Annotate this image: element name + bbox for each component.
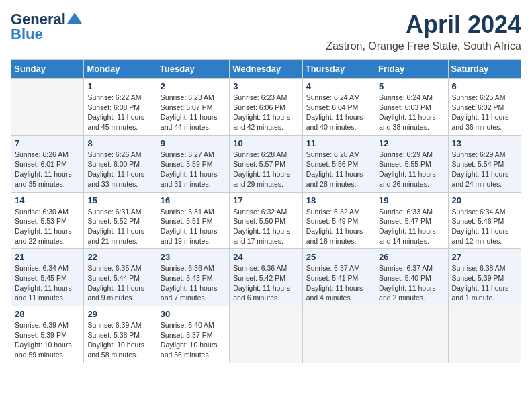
day-number: 13 bbox=[452, 138, 517, 148]
day-number: 23 bbox=[161, 252, 226, 262]
calendar-week-row: 28Sunrise: 6:39 AM Sunset: 5:39 PM Dayli… bbox=[11, 306, 521, 363]
calendar-header-saturday: Saturday bbox=[448, 60, 521, 79]
calendar-header-friday: Friday bbox=[375, 60, 448, 79]
calendar-cell: 18Sunrise: 6:32 AM Sunset: 5:49 PM Dayli… bbox=[302, 192, 375, 249]
day-info: Sunrise: 6:32 AM Sunset: 5:49 PM Dayligh… bbox=[306, 207, 371, 246]
calendar-cell: 25Sunrise: 6:37 AM Sunset: 5:41 PM Dayli… bbox=[302, 249, 375, 306]
day-number: 27 bbox=[452, 252, 517, 262]
day-number: 6 bbox=[452, 81, 517, 91]
day-info: Sunrise: 6:37 AM Sunset: 5:41 PM Dayligh… bbox=[306, 263, 371, 303]
calendar-cell bbox=[230, 306, 302, 363]
day-info: Sunrise: 6:29 AM Sunset: 5:54 PM Dayligh… bbox=[452, 150, 517, 189]
day-info: Sunrise: 6:36 AM Sunset: 5:42 PM Dayligh… bbox=[233, 263, 298, 303]
calendar-header-tuesday: Tuesday bbox=[157, 60, 229, 79]
calendar-cell: 16Sunrise: 6:31 AM Sunset: 5:51 PM Dayli… bbox=[157, 192, 229, 249]
day-number: 20 bbox=[452, 195, 517, 205]
calendar-header-sunday: Sunday bbox=[11, 60, 84, 79]
day-number: 8 bbox=[87, 138, 152, 148]
day-number: 2 bbox=[161, 81, 226, 91]
day-info: Sunrise: 6:27 AM Sunset: 5:59 PM Dayligh… bbox=[161, 150, 226, 189]
day-number: 4 bbox=[306, 81, 371, 91]
day-number: 5 bbox=[379, 81, 444, 91]
calendar-week-row: 21Sunrise: 6:34 AM Sunset: 5:45 PM Dayli… bbox=[11, 249, 521, 306]
calendar-cell: 24Sunrise: 6:36 AM Sunset: 5:42 PM Dayli… bbox=[230, 249, 302, 306]
day-info: Sunrise: 6:28 AM Sunset: 5:57 PM Dayligh… bbox=[233, 150, 298, 189]
day-number: 7 bbox=[15, 138, 80, 148]
calendar-cell bbox=[448, 306, 521, 363]
calendar-header-wednesday: Wednesday bbox=[230, 60, 302, 79]
day-info: Sunrise: 6:23 AM Sunset: 6:06 PM Dayligh… bbox=[233, 93, 298, 132]
calendar-cell: 22Sunrise: 6:35 AM Sunset: 5:44 PM Dayli… bbox=[84, 249, 157, 306]
day-number: 12 bbox=[379, 138, 444, 148]
logo: General Blue bbox=[11, 11, 82, 43]
day-number: 3 bbox=[233, 81, 298, 91]
calendar-header-monday: Monday bbox=[84, 60, 157, 79]
calendar-cell: 3Sunrise: 6:23 AM Sunset: 6:06 PM Daylig… bbox=[230, 79, 302, 136]
day-number: 29 bbox=[87, 309, 152, 319]
day-info: Sunrise: 6:29 AM Sunset: 5:55 PM Dayligh… bbox=[379, 150, 444, 189]
day-info: Sunrise: 6:25 AM Sunset: 6:02 PM Dayligh… bbox=[452, 93, 517, 132]
day-info: Sunrise: 6:40 AM Sunset: 5:37 PM Dayligh… bbox=[161, 320, 226, 360]
day-info: Sunrise: 6:37 AM Sunset: 5:40 PM Dayligh… bbox=[379, 263, 444, 303]
calendar-cell: 27Sunrise: 6:38 AM Sunset: 5:39 PM Dayli… bbox=[448, 249, 521, 306]
calendar-cell: 30Sunrise: 6:40 AM Sunset: 5:37 PM Dayli… bbox=[157, 306, 229, 363]
calendar-header-row: SundayMondayTuesdayWednesdayThursdayFrid… bbox=[11, 60, 521, 79]
day-info: Sunrise: 6:28 AM Sunset: 5:56 PM Dayligh… bbox=[306, 150, 371, 189]
day-info: Sunrise: 6:22 AM Sunset: 6:08 PM Dayligh… bbox=[87, 93, 152, 132]
calendar-cell: 26Sunrise: 6:37 AM Sunset: 5:40 PM Dayli… bbox=[375, 249, 448, 306]
calendar-cell: 14Sunrise: 6:30 AM Sunset: 5:53 PM Dayli… bbox=[11, 192, 84, 249]
calendar-cell: 5Sunrise: 6:24 AM Sunset: 6:03 PM Daylig… bbox=[375, 79, 448, 136]
day-info: Sunrise: 6:32 AM Sunset: 5:50 PM Dayligh… bbox=[233, 207, 298, 246]
calendar-cell bbox=[302, 306, 375, 363]
calendar-cell: 6Sunrise: 6:25 AM Sunset: 6:02 PM Daylig… bbox=[448, 79, 521, 136]
calendar-cell: 29Sunrise: 6:39 AM Sunset: 5:38 PM Dayli… bbox=[84, 306, 157, 363]
calendar-cell: 17Sunrise: 6:32 AM Sunset: 5:50 PM Dayli… bbox=[230, 192, 302, 249]
day-info: Sunrise: 6:39 AM Sunset: 5:38 PM Dayligh… bbox=[87, 320, 152, 360]
calendar-cell: 11Sunrise: 6:28 AM Sunset: 5:56 PM Dayli… bbox=[302, 135, 375, 192]
calendar-cell bbox=[11, 79, 84, 136]
logo-blue: Blue bbox=[11, 26, 43, 43]
logo-icon bbox=[67, 11, 82, 25]
day-info: Sunrise: 6:35 AM Sunset: 5:44 PM Dayligh… bbox=[87, 263, 152, 303]
day-info: Sunrise: 6:31 AM Sunset: 5:51 PM Dayligh… bbox=[161, 207, 226, 246]
day-info: Sunrise: 6:33 AM Sunset: 5:47 PM Dayligh… bbox=[379, 207, 444, 246]
calendar-cell: 2Sunrise: 6:23 AM Sunset: 6:07 PM Daylig… bbox=[157, 79, 229, 136]
month-title: April 2024 bbox=[326, 11, 521, 39]
calendar-header-thursday: Thursday bbox=[302, 60, 375, 79]
calendar-cell: 21Sunrise: 6:34 AM Sunset: 5:45 PM Dayli… bbox=[11, 249, 84, 306]
day-number: 28 bbox=[15, 309, 80, 319]
day-info: Sunrise: 6:31 AM Sunset: 5:52 PM Dayligh… bbox=[87, 207, 152, 246]
calendar-cell: 19Sunrise: 6:33 AM Sunset: 5:47 PM Dayli… bbox=[375, 192, 448, 249]
day-number: 17 bbox=[233, 195, 298, 205]
day-info: Sunrise: 6:26 AM Sunset: 6:00 PM Dayligh… bbox=[87, 150, 152, 189]
day-info: Sunrise: 6:26 AM Sunset: 6:01 PM Dayligh… bbox=[15, 150, 80, 189]
day-number: 19 bbox=[379, 195, 444, 205]
calendar-cell: 15Sunrise: 6:31 AM Sunset: 5:52 PM Dayli… bbox=[84, 192, 157, 249]
day-number: 18 bbox=[306, 195, 371, 205]
svg-marker-0 bbox=[67, 13, 82, 24]
calendar-cell: 8Sunrise: 6:26 AM Sunset: 6:00 PM Daylig… bbox=[84, 135, 157, 192]
calendar-cell: 20Sunrise: 6:34 AM Sunset: 5:46 PM Dayli… bbox=[448, 192, 521, 249]
day-info: Sunrise: 6:34 AM Sunset: 5:46 PM Dayligh… bbox=[452, 207, 517, 246]
day-number: 14 bbox=[15, 195, 80, 205]
calendar-cell bbox=[375, 306, 448, 363]
day-number: 15 bbox=[87, 195, 152, 205]
calendar-cell: 23Sunrise: 6:36 AM Sunset: 5:43 PM Dayli… bbox=[157, 249, 229, 306]
calendar-cell: 13Sunrise: 6:29 AM Sunset: 5:54 PM Dayli… bbox=[448, 135, 521, 192]
day-info: Sunrise: 6:34 AM Sunset: 5:45 PM Dayligh… bbox=[15, 263, 80, 303]
calendar-cell: 9Sunrise: 6:27 AM Sunset: 5:59 PM Daylig… bbox=[157, 135, 229, 192]
calendar-cell: 28Sunrise: 6:39 AM Sunset: 5:39 PM Dayli… bbox=[11, 306, 84, 363]
day-info: Sunrise: 6:38 AM Sunset: 5:39 PM Dayligh… bbox=[452, 263, 517, 303]
day-info: Sunrise: 6:39 AM Sunset: 5:39 PM Dayligh… bbox=[15, 320, 80, 360]
calendar-cell: 12Sunrise: 6:29 AM Sunset: 5:55 PM Dayli… bbox=[375, 135, 448, 192]
day-info: Sunrise: 6:36 AM Sunset: 5:43 PM Dayligh… bbox=[161, 263, 226, 303]
day-number: 25 bbox=[306, 252, 371, 262]
day-number: 30 bbox=[161, 309, 226, 319]
day-info: Sunrise: 6:23 AM Sunset: 6:07 PM Dayligh… bbox=[161, 93, 226, 132]
day-info: Sunrise: 6:30 AM Sunset: 5:53 PM Dayligh… bbox=[15, 207, 80, 246]
calendar-week-row: 1Sunrise: 6:22 AM Sunset: 6:08 PM Daylig… bbox=[11, 79, 521, 136]
location-title: Zastron, Orange Free State, South Africa bbox=[326, 40, 521, 52]
day-number: 10 bbox=[233, 138, 298, 148]
title-area: April 2024 Zastron, Orange Free State, S… bbox=[326, 11, 521, 52]
calendar-week-row: 14Sunrise: 6:30 AM Sunset: 5:53 PM Dayli… bbox=[11, 192, 521, 249]
